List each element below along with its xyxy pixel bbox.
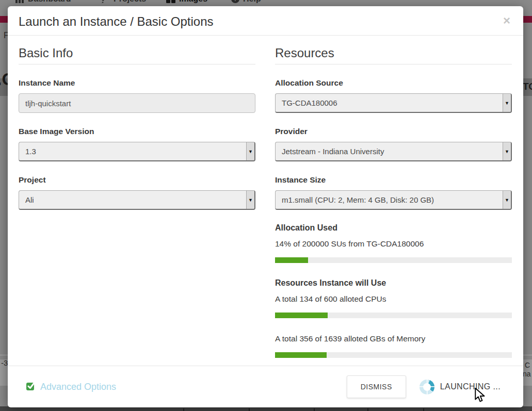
background-table-line: [314, 408, 315, 411]
modal-header: Launch an Instance / Basic Options ×: [8, 6, 523, 36]
nav-label: Projects: [114, 0, 146, 4]
allocation-used-text: 14% of 200000 SUs from TG-CDA180006: [275, 239, 512, 249]
memory-usage-text: A total 356 of 1639 alloted GBs of Memor…: [275, 334, 512, 343]
modal-footer: Advanced Options DISMISS LAUNCHING ...: [8, 366, 523, 407]
instance-size-select[interactable]: m1.small (CPU: 2, Mem: 4 GB, Disk: 20 GB…: [275, 190, 512, 210]
nav-item-projects[interactable]: Projects: [101, 0, 146, 4]
question-circle-icon: ?: [231, 0, 239, 3]
basic-info-column: Basic Info Instance Name Base Image Vers…: [19, 36, 255, 366]
allocation-source-select[interactable]: TG-CDA180006 ▼: [275, 93, 512, 113]
images-icon: [166, 0, 175, 3]
background-table-line: [367, 408, 368, 411]
progress-fill: [275, 257, 308, 263]
instance-name-input[interactable]: [19, 93, 255, 113]
nav-item-images[interactable]: Images: [166, 0, 207, 4]
select-value: Ali: [19, 195, 246, 204]
background-table-line: [183, 408, 184, 411]
svg-text:?: ?: [234, 0, 237, 2]
advanced-options-toggle[interactable]: Advanced Options: [26, 381, 116, 392]
close-icon[interactable]: ×: [501, 14, 512, 27]
cpu-usage-text: A total 134 of 600 alloted CPUs: [275, 294, 512, 304]
bar-chart-icon: [15, 0, 24, 3]
select-value: Jetstream - Indiana University: [276, 147, 503, 156]
project-label: Project: [19, 175, 255, 185]
background-table-line: [249, 408, 250, 411]
instance-usage-heading: Resources Instance will Use: [275, 278, 512, 288]
nav-label: Help: [243, 0, 261, 4]
nav-item-dashboard[interactable]: Dashboard: [15, 0, 71, 4]
instance-name-label: Instance Name: [19, 78, 255, 88]
background-text-fragment: na: [523, 370, 531, 378]
launch-instance-modal: Launch an Instance / Basic Options × Bas…: [8, 6, 523, 407]
base-image-version-label: Base Image Version: [19, 127, 255, 136]
check-square-icon: [26, 381, 36, 392]
mouse-cursor: [474, 388, 487, 405]
nav-label: Dashboard: [28, 0, 71, 4]
background-table-line: [423, 408, 424, 411]
project-select[interactable]: Ali ▼: [19, 190, 255, 210]
chevron-down-icon: ▼: [246, 191, 254, 209]
modal-title: Launch an Instance / Basic Options: [19, 14, 214, 29]
progress-fill: [275, 313, 328, 318]
pencil-icon: [101, 0, 110, 3]
resources-heading: Resources: [275, 46, 512, 64]
instance-size-label: Instance Size: [275, 175, 512, 185]
memory-usage-progressbar: [275, 352, 512, 358]
cpu-usage-progressbar: [275, 313, 512, 318]
nav-label: Images: [179, 0, 207, 4]
progress-fill: [275, 352, 327, 358]
launching-label: LAUNCHING ...: [440, 382, 501, 391]
basic-info-heading: Basic Info: [19, 46, 255, 64]
allocation-used-heading: Allocation Used: [275, 223, 512, 233]
resources-column: Resources Allocation Source TG-CDA180006…: [275, 36, 512, 366]
background-text-fragment: C: [525, 361, 530, 369]
allocation-used-progressbar: [275, 257, 512, 263]
modal-body: Basic Info Instance Name Base Image Vers…: [8, 36, 523, 366]
chevron-down-icon: ▼: [503, 142, 511, 160]
select-value: m1.small (CPU: 2, Mem: 4 GB, Disk: 20 GB…: [276, 195, 503, 204]
select-value: 1.3: [19, 147, 246, 156]
chevron-down-icon: ▼: [503, 191, 511, 209]
allocation-source-label: Allocation Source: [275, 78, 512, 88]
dismiss-button[interactable]: DISMISS: [347, 375, 406, 398]
loading-spinner-icon: [420, 380, 434, 394]
background-text-fragment: TO: [523, 81, 532, 92]
nav-item-help[interactable]: ? Help: [231, 0, 261, 4]
select-value: TG-CDA180006: [276, 98, 503, 107]
provider-label: Provider: [275, 127, 512, 136]
launching-button[interactable]: LAUNCHING ...: [420, 380, 501, 394]
chevron-down-icon: ▼: [503, 94, 511, 112]
chevron-down-icon: ▼: [246, 142, 254, 160]
base-image-version-select[interactable]: 1.3 ▼: [19, 142, 255, 161]
provider-select[interactable]: Jetstream - Indiana University ▼: [275, 142, 512, 161]
advanced-options-label: Advanced Options: [40, 382, 116, 392]
